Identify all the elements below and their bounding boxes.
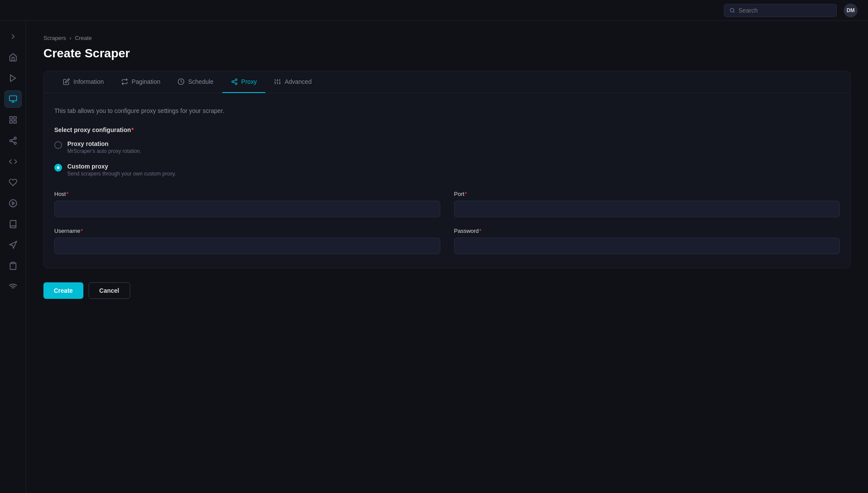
topbar: DM	[0, 0, 868, 21]
sliders-icon	[274, 78, 281, 85]
clock-icon	[178, 78, 185, 85]
svg-point-17	[235, 79, 237, 80]
main-content: Scrapers › Create Create Scraper Informa…	[26, 21, 868, 493]
tab-description: This tab allows you to configure proxy s…	[54, 107, 840, 114]
username-input[interactable]	[54, 238, 440, 254]
svg-marker-1	[10, 75, 16, 82]
sidebar-item-announcements[interactable]	[4, 236, 22, 254]
svg-line-20	[233, 82, 235, 83]
port-input[interactable]	[454, 201, 840, 217]
tab-proxy[interactable]: Proxy	[222, 71, 266, 93]
svg-point-7	[14, 137, 16, 139]
sidebar-item-network[interactable]	[4, 278, 22, 295]
svg-line-11	[12, 139, 14, 140]
sidebar	[0, 21, 26, 493]
sidebar-item-cinema[interactable]	[4, 195, 22, 212]
svg-line-21	[233, 80, 235, 81]
breadcrumb-separator: ›	[69, 35, 71, 41]
password-required: *	[479, 228, 482, 234]
breadcrumb: Scrapers › Create	[43, 35, 851, 41]
svg-point-18	[232, 81, 234, 83]
sidebar-item-apps[interactable]	[4, 111, 22, 129]
tab-information-label: Information	[73, 78, 104, 85]
sidebar-item-docs[interactable]	[4, 215, 22, 233]
password-input[interactable]	[454, 238, 840, 254]
breadcrumb-current: Create	[75, 35, 92, 41]
radio-option-proxy-rotation[interactable]: Proxy rotation MrScraper's auto proxy ro…	[54, 140, 840, 154]
section-label: Select proxy configuration*	[54, 126, 840, 133]
radio-option-custom-proxy-text: Custom proxy Send scrapers through your …	[67, 163, 176, 177]
svg-rect-6	[10, 121, 12, 123]
tab-bar: Information Pagination Schedule Proxy	[44, 71, 850, 93]
proxy-rotation-sublabel: MrScraper's auto proxy rotation.	[67, 148, 141, 154]
port-required: *	[465, 191, 467, 197]
radio-button-custom-proxy[interactable]	[54, 164, 62, 172]
tab-proxy-label: Proxy	[241, 78, 257, 85]
sidebar-item-favorites[interactable]	[4, 174, 22, 191]
tab-advanced-label: Advanced	[284, 78, 311, 85]
host-field: Host*	[54, 191, 440, 217]
create-button[interactable]: Create	[43, 282, 83, 299]
tab-schedule[interactable]: Schedule	[169, 71, 222, 93]
breadcrumb-parent[interactable]: Scrapers	[43, 35, 66, 41]
port-label: Port*	[454, 191, 840, 197]
svg-line-10	[12, 141, 14, 142]
required-indicator: *	[132, 126, 134, 133]
form-grid: Host* Port* Username*	[54, 191, 840, 254]
proxy-rotation-label: Proxy rotation	[67, 140, 141, 147]
scraper-form-card: Information Pagination Schedule Proxy	[43, 71, 851, 268]
password-field: Password*	[454, 228, 840, 254]
tab-pagination[interactable]: Pagination	[112, 71, 169, 93]
host-required: *	[66, 191, 69, 197]
svg-marker-13	[12, 202, 14, 205]
tab-advanced[interactable]: Advanced	[265, 71, 320, 93]
host-input[interactable]	[54, 201, 440, 217]
password-label: Password*	[454, 228, 840, 234]
svg-rect-14	[11, 262, 14, 264]
search-box[interactable]	[724, 4, 837, 17]
svg-point-0	[730, 8, 734, 12]
svg-rect-4	[13, 117, 16, 119]
search-icon	[729, 7, 735, 13]
radio-option-custom-proxy[interactable]: Custom proxy Send scrapers through your …	[54, 163, 840, 177]
sidebar-item-scrapers[interactable]	[4, 90, 22, 108]
pagination-icon	[121, 78, 128, 85]
edit-icon	[63, 78, 70, 85]
svg-rect-5	[13, 121, 16, 123]
sidebar-item-expand[interactable]	[4, 28, 22, 45]
proxy-icon	[231, 78, 238, 85]
svg-point-19	[235, 83, 237, 85]
action-buttons: Create Cancel	[43, 282, 851, 299]
radio-options: Proxy rotation MrScraper's auto proxy ro…	[54, 140, 840, 177]
search-input[interactable]	[739, 7, 831, 14]
host-label: Host*	[54, 191, 440, 197]
svg-rect-3	[10, 117, 12, 119]
username-label: Username*	[54, 228, 440, 234]
custom-proxy-sublabel: Send scrapers through your own custom pr…	[67, 171, 176, 177]
card-body: This tab allows you to configure proxy s…	[44, 93, 850, 268]
username-field: Username*	[54, 228, 440, 254]
radio-option-proxy-rotation-text: Proxy rotation MrScraper's auto proxy ro…	[67, 140, 141, 154]
avatar: DM	[844, 3, 858, 17]
svg-point-12	[9, 200, 17, 207]
radio-button-proxy-rotation[interactable]	[54, 141, 62, 149]
svg-point-8	[10, 140, 12, 142]
layout: Scrapers › Create Create Scraper Informa…	[0, 0, 868, 493]
port-field: Port*	[454, 191, 840, 217]
sidebar-item-home[interactable]	[4, 49, 22, 66]
svg-rect-2	[9, 96, 17, 101]
sidebar-item-clipboard[interactable]	[4, 257, 22, 275]
cancel-button[interactable]: Cancel	[89, 282, 130, 299]
svg-point-9	[14, 142, 16, 144]
sidebar-item-code[interactable]	[4, 153, 22, 170]
tab-schedule-label: Schedule	[188, 78, 213, 85]
tab-information[interactable]: Information	[54, 71, 112, 93]
sidebar-item-share[interactable]	[4, 132, 22, 149]
custom-proxy-label: Custom proxy	[67, 163, 176, 170]
sidebar-item-run[interactable]	[4, 69, 22, 87]
tab-pagination-label: Pagination	[132, 78, 160, 85]
page-title: Create Scraper	[43, 46, 851, 60]
username-required: *	[81, 228, 83, 234]
